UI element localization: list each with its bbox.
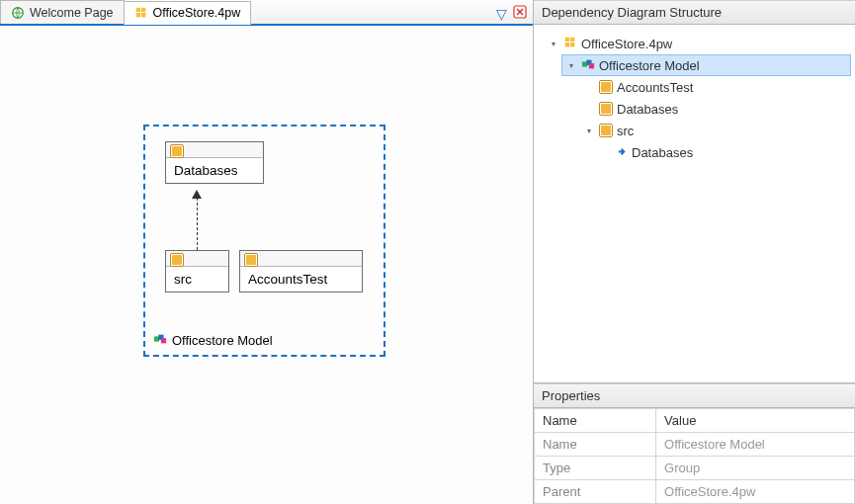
prop-row-name[interactable]: Name Officestore Model (535, 433, 855, 457)
svg-rect-2 (141, 8, 145, 12)
globe-icon (11, 6, 25, 20)
node-src[interactable]: src (165, 250, 229, 293)
twisty-none (583, 103, 595, 115)
close-tab-icon[interactable] (513, 5, 527, 22)
svg-rect-8 (161, 338, 166, 343)
tab-officestore-label: OfficeStore.4pw (153, 6, 241, 20)
prop-parent-label: Parent (535, 480, 656, 504)
tree-row-databases[interactable]: Databases (579, 98, 851, 120)
model-icon (581, 57, 595, 74)
node-accountstest[interactable]: AccountsTest (239, 250, 363, 293)
svg-rect-1 (135, 8, 139, 12)
group-caption: Officestore Model (153, 332, 273, 349)
tree-row-root[interactable]: ▾ OfficeStore.4pw (544, 33, 851, 54)
prop-row-type[interactable]: Type Group (535, 457, 855, 480)
prop-row-parent[interactable]: Parent OfficeStore.4pw (535, 480, 855, 504)
tab-actions: ▽ (496, 5, 533, 24)
properties-panel: Properties Name Value Name Officestore M… (534, 382, 855, 504)
tree-databases-label: Databases (617, 102, 678, 117)
tree-row-src-databases[interactable]: Databases (597, 141, 851, 163)
folder-icon (599, 124, 613, 137)
prop-type-label: Type (535, 457, 656, 480)
tree-row-model[interactable]: ▾ Officestore Model (561, 54, 851, 76)
node-databases[interactable]: Databases (165, 141, 264, 184)
tree-src-databases-label: Databases (632, 145, 693, 160)
svg-rect-12 (570, 42, 574, 46)
tree-model-label: Officestore Model (599, 58, 700, 73)
svg-rect-10 (570, 37, 574, 41)
prop-name-value: Officestore Model (656, 433, 855, 457)
prop-parent-value: OfficeStore.4pw (656, 480, 855, 504)
properties-header: Properties (534, 383, 855, 408)
svg-rect-3 (135, 13, 139, 17)
folder-icon (599, 80, 613, 94)
tree-row-src[interactable]: ▾ src (579, 120, 851, 141)
puzzle-icon (134, 6, 148, 20)
folder-icon (599, 102, 613, 116)
right-panels: Dependency Diagram Structure ▾ OfficeSto… (534, 0, 855, 504)
group-officestore-model[interactable]: Databases src AccountsTest Officestore M… (143, 125, 385, 357)
chevron-down-icon[interactable]: ▾ (583, 125, 595, 136)
structure-panel-header: Dependency Diagram Structure (534, 0, 855, 25)
svg-rect-4 (141, 13, 145, 17)
model-icon (153, 332, 167, 349)
editor-pane: Welcome Page OfficeStore.4pw ▽ Databases… (0, 0, 534, 504)
folder-icon (244, 253, 258, 267)
props-col-value: Value (656, 409, 855, 433)
structure-tree: ▾ OfficeStore.4pw ▾ Officestore Model (534, 25, 855, 382)
tab-welcome-label: Welcome Page (30, 6, 114, 20)
props-col-name: Name (535, 409, 656, 433)
folder-icon (170, 144, 184, 158)
svg-rect-11 (565, 42, 569, 46)
node-src-label: src (166, 267, 228, 292)
folder-icon (170, 253, 184, 267)
diagram-canvas[interactable]: Databases src AccountsTest Officestore M… (0, 26, 533, 504)
editor-tabbar: Welcome Page OfficeStore.4pw ▽ (0, 0, 533, 26)
puzzle-icon (563, 36, 577, 52)
dependency-arrow-src-to-databases (193, 190, 201, 250)
tree-accountstest-label: AccountsTest (617, 80, 693, 95)
tab-welcome-page[interactable]: Welcome Page (0, 0, 125, 24)
node-accountstest-label: AccountsTest (240, 267, 362, 292)
properties-table: Name Value Name Officestore Model Type G… (534, 408, 855, 504)
node-databases-label: Databases (166, 158, 263, 183)
tabs-menu-icon[interactable]: ▽ (496, 6, 507, 22)
prop-name-label: Name (535, 433, 656, 457)
tree-row-accountstest[interactable]: AccountsTest (579, 76, 851, 98)
twisty-none (583, 81, 595, 93)
tree-src-label: src (617, 124, 634, 138)
svg-rect-9 (565, 37, 569, 41)
twisty-none (601, 146, 613, 158)
svg-rect-15 (589, 63, 594, 68)
dependency-arrow-icon (617, 145, 628, 160)
prop-type-value: Group (656, 457, 855, 480)
tree-root-label: OfficeStore.4pw (581, 37, 672, 51)
chevron-down-icon[interactable]: ▾ (548, 38, 559, 49)
group-label: Officestore Model (172, 333, 273, 348)
chevron-down-icon[interactable]: ▾ (565, 59, 577, 71)
tab-officestore[interactable]: OfficeStore.4pw (124, 1, 252, 25)
